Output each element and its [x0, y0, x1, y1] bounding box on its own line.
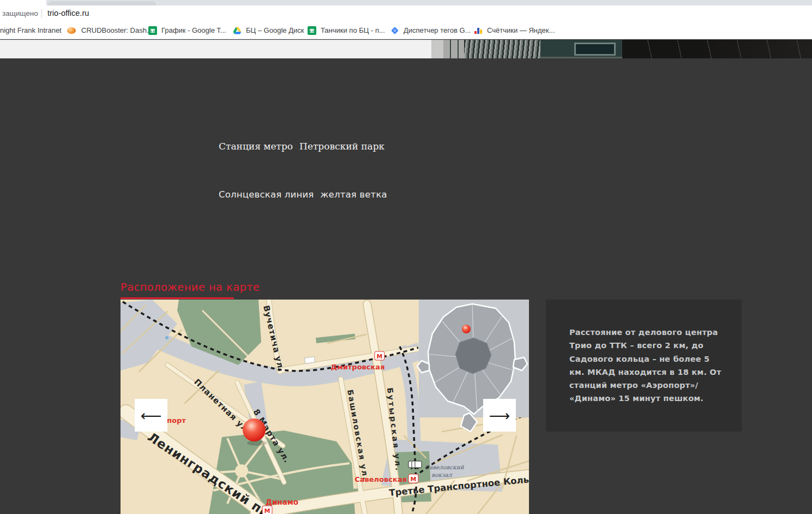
bookmark-knight-frank[interactable]: night Frank Intranet [0, 22, 62, 39]
bookmark-label: Диспетчер тегов G... [404, 26, 471, 34]
map-prev-button[interactable]: ⟵ [135, 399, 167, 432]
metro-line-value: желтая ветка [320, 189, 387, 200]
browser-window: защищено trio-office.ru night Frank Intr… [0, 0, 812, 514]
inactive-tab[interactable] [48, 1, 157, 5]
building-photo [431, 40, 812, 58]
bookmark-crudbooster[interactable]: CRUDBooster: Dash... [66, 22, 153, 39]
metro-label-dmitrovskaya: Дмитровская [331, 363, 385, 371]
metro-line-row: Солнцевская линияжелтая ветка [219, 189, 387, 200]
address-bar[interactable]: защищено trio-office.ru [0, 5, 812, 22]
bookmark-label: Счётчики — Яндек... [487, 26, 555, 34]
url-text[interactable]: trio-office.ru [47, 9, 89, 17]
rail-terminal-label-2: вокзал [431, 471, 453, 478]
metro-station-value: Петровский парк [299, 141, 384, 152]
yandex-metrica-icon [474, 26, 483, 35]
google-drive-icon [233, 26, 242, 35]
omnibox-divider [41, 9, 42, 18]
metro-station-row: Станция метроПетровский парк [219, 141, 384, 152]
metro-label-savelovskaya: Савеловская [354, 475, 407, 483]
distance-info-text: Расстояние от делового центра Трио до ТТ… [569, 326, 722, 405]
bookmark-tag-manager[interactable]: Диспетчер тегов G... [390, 22, 471, 39]
metro-icon-dinamo: М [262, 506, 272, 514]
svg-text:М: М [264, 507, 270, 514]
crudbooster-icon [67, 27, 76, 34]
bookmark-yandex-metrica[interactable]: Счётчики — Яндек... [474, 22, 555, 39]
security-label: защищено [2, 9, 38, 17]
page-top-strip [0, 40, 431, 58]
metro-icon-dmitrovskaya: М [375, 351, 384, 360]
active-tab[interactable] [0, 0, 46, 5]
map-image: Вучетича ул. Планетная ул. 8 Марта ул. Б… [121, 300, 529, 514]
bookmark-label: night Frank Intranet [0, 26, 62, 34]
map-next-button[interactable]: ⟶ [483, 399, 516, 432]
rail-bridge [304, 357, 315, 363]
metro-station-label: Станция метро [219, 141, 293, 152]
metro-icon-savelovskaya: М [408, 474, 418, 483]
bookmarks-bar: night Frank Intranet CRUDBooster: Dash..… [0, 22, 812, 39]
heading-underline [121, 297, 234, 299]
location-map: Вучетича ул. Планетная ул. 8 Марта ул. Б… [121, 300, 529, 514]
metro-label-dinamo: Динамо [266, 498, 298, 506]
svg-text:М: М [411, 476, 417, 483]
bookmark-label: Танчики по БЦ - п... [321, 26, 385, 34]
bookmark-label: CRUDBooster: Dash... [81, 26, 153, 34]
google-tag-manager-icon [390, 26, 399, 35]
bookmark-label: График - Google T... [161, 26, 226, 34]
bookmark-google-drive[interactable]: БЦ – Google Диск [233, 22, 304, 39]
distance-info-panel: Расстояние от делового центра Трио до ТТ… [546, 300, 742, 432]
metro-line-label: Солнцевская линия [219, 189, 314, 200]
rail-terminal-label-1: Савеловский [425, 464, 465, 470]
minimap-marker [462, 325, 471, 333]
google-sheets-icon [148, 26, 157, 35]
svg-text:М: М [377, 353, 383, 360]
bookmark-label: БЦ – Google Диск [246, 26, 304, 34]
google-sheets-icon [308, 26, 316, 35]
section-heading: Расположение на карте [121, 281, 260, 294]
bookmark-tanchiki-sheets[interactable]: Танчики по БЦ - п... [308, 22, 385, 39]
bookmark-grafik-sheets[interactable]: График - Google T... [148, 22, 226, 39]
tab-strip [0, 0, 812, 5]
